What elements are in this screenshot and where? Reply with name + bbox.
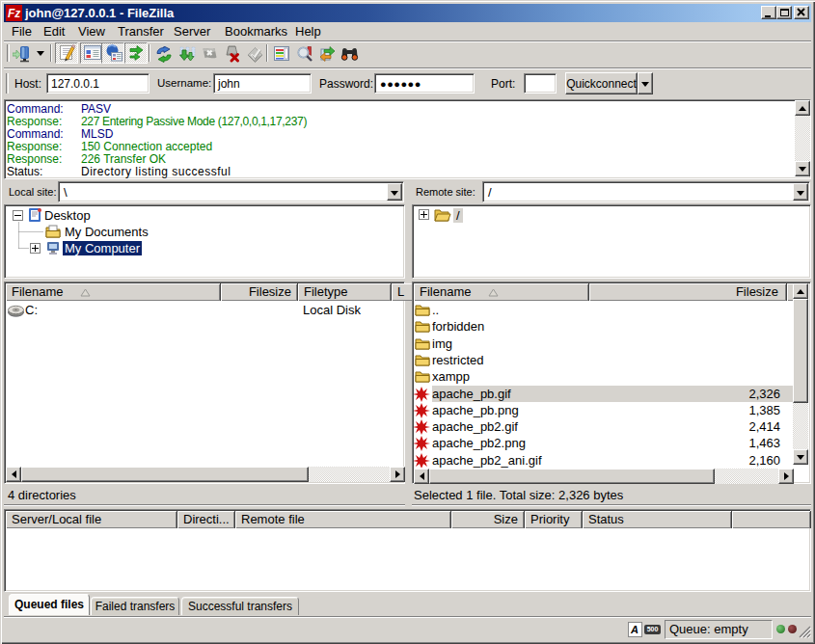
svg-text:Fz: Fz <box>8 7 20 20</box>
